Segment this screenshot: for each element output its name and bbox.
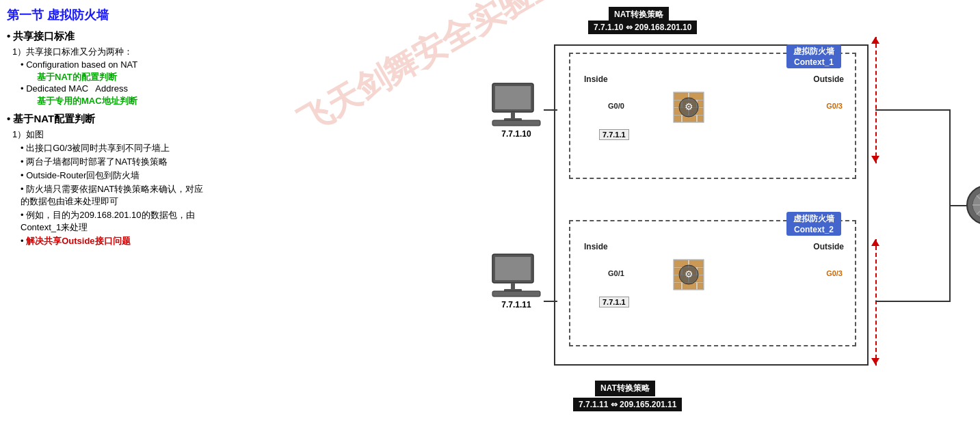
context1-port-inside: G0/0 [608, 102, 624, 110]
context2-inside-label: Inside [584, 242, 608, 251]
h-line-top [875, 109, 951, 111]
context-2-box: 虚拟防火墙 Context_2 Inside Outside G0/1 7.7.… [569, 220, 856, 346]
nat-bottom-value: 7.7.1.11 ⇔ 209.165.201.11 [573, 398, 682, 411]
sub-item-g03: 出接口G0/3被同时共享到不同子墙上 [21, 142, 390, 154]
nat-bottom-label: NAT转换策略 [595, 381, 655, 396]
left-panel: 第一节 虚拟防火墙 共享接口标准 1）共享接口标准又分为两种： Configur… [7, 7, 390, 250]
computer-1-icon: 7.7.1.10 [486, 82, 547, 139]
computer-1-ip: 7.7.1.10 [486, 129, 547, 139]
svg-text:⚙: ⚙ [685, 269, 693, 279]
context2-port-outside: G0/3 [826, 269, 843, 277]
context1-port-outside: G0/3 [826, 102, 843, 110]
sub-item-example: 例如，目的为209.168.201.10的数据包，由Context_1来处理 [21, 209, 390, 234]
outer-firewall-box: 虚拟防火墙 Context_1 Inside Outside G0/0 7.7.… [554, 44, 869, 366]
svg-rect-30 [492, 120, 540, 126]
sub-item-outside-router: Outside-Router回包到防火墙 [21, 169, 390, 182]
context2-outside-label: Outside [813, 242, 844, 251]
svg-rect-23 [698, 283, 703, 289]
context2-firewall-icon: ⚙ [673, 259, 704, 292]
h-line-bottom [875, 301, 951, 302]
section-title: 第一节 虚拟防火墙 [7, 7, 390, 23]
numbered-item-2: 1）如图 [12, 128, 390, 141]
context-1-badge: 虚拟防火墙 Context_1 [786, 44, 841, 68]
line-comp2-to-box [544, 301, 557, 302]
dashed-arrow-bottom [875, 239, 877, 366]
svg-rect-21 [674, 283, 681, 289]
arrow-up-top [871, 37, 879, 44]
svg-rect-32 [495, 257, 531, 280]
svg-rect-10 [698, 115, 703, 122]
context1-ip-inside: 7.7.1.1 [599, 129, 629, 140]
bullet-nat-config: 基于NAT配置判断 [7, 113, 390, 126]
sub-item-nat2: 两台子墙都同时部署了NAT转换策略 [21, 156, 390, 168]
arrow-up-bottom [871, 239, 879, 246]
computer-2-ip: 7.7.1.11 [486, 300, 547, 310]
arrow-down-bottom [871, 358, 879, 365]
svg-rect-35 [492, 291, 540, 297]
line-comp1-to-box [544, 109, 557, 111]
diagram-area: NAT转换策略 7.7.1.10 ⇔ 209.168.201.10 虚拟防火墙 … [397, 7, 971, 417]
svg-rect-28 [511, 112, 515, 119]
green-nat-config: 基于NAT的配置判断 [37, 71, 390, 83]
context-2-badge: 虚拟防火墙 Context_2 [786, 212, 841, 236]
context1-firewall-icon: ⚙ [673, 92, 704, 125]
svg-rect-33 [511, 283, 515, 290]
sub-list-1: Configuration based on NAT 基于NAT的配置判断 De… [21, 59, 390, 107]
numbered-item-1: 1）共享接口标准又分为两种： [12, 46, 390, 58]
green-mac-config: 基于专用的MAC地址判断 [37, 95, 390, 107]
router-icon [966, 184, 980, 228]
sub-item-mac: Dedicated MAC Address [21, 83, 390, 94]
context-1-box: 虚拟防火墙 Context_1 Inside Outside G0/0 7.7.… [569, 53, 856, 179]
context1-inside-label: Inside [584, 74, 608, 84]
sub-list-2: 出接口G0/3被同时共享到不同子墙上 两台子墙都同时部署了NAT转换策略 Out… [21, 142, 390, 247]
nat-top-value: 7.7.1.10 ⇔ 209.168.201.10 [588, 20, 697, 34]
sub-item-nat: Configuration based on NAT [21, 59, 390, 70]
sub-item-resolve: 解决共享Outside接口问题 [21, 235, 390, 247]
svg-rect-8 [674, 115, 681, 122]
dashed-arrow-top [875, 37, 877, 163]
context2-port-inside: G0/1 [608, 269, 624, 277]
svg-rect-27 [495, 86, 531, 109]
svg-text:⚙: ⚙ [685, 101, 693, 112]
context1-outside-label: Outside [813, 74, 844, 84]
computer-2-icon: 7.7.1.11 [486, 253, 547, 310]
arrow-down-mid [871, 156, 879, 163]
sub-item-fw-confirm: 防火墙只需要依据NAT转换策略来确认，对应的数据包由谁来处理即可 [21, 183, 390, 208]
context2-ip-inside: 7.7.1.1 [599, 297, 629, 307]
bullet-shared-interface: 共享接口标准 [7, 30, 390, 43]
